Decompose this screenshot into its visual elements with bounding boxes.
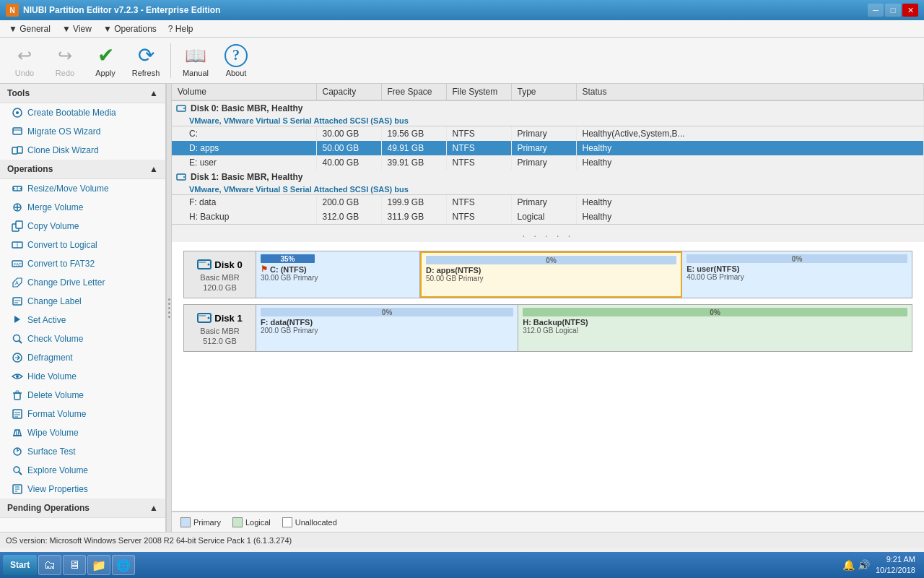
svg-point-41	[14, 467, 19, 473]
menu-help[interactable]: ? Help	[162, 22, 199, 35]
defragment-icon	[12, 352, 23, 363]
taskbar-app-file-manager[interactable]: 🗂	[38, 555, 61, 575]
menu-view[interactable]: ▼ View	[56, 22, 97, 35]
row-c-volume: C:	[172, 126, 316, 142]
legend-unallocated-label: Unallocated	[295, 518, 337, 527]
row-d-fs: NTFS	[446, 141, 511, 155]
partition-block-c[interactable]: 35% ⚑ C: (NTFS) 30.00 GB Primary	[256, 251, 420, 298]
tools-section-header[interactable]: Tools ▲	[0, 84, 165, 103]
partition-block-h[interactable]: 0% H: Backup(NTFS) 312.0 GB Logical	[518, 305, 912, 351]
partition-block-e[interactable]: 0% E: user(NTFS) 40.00 GB Primary	[682, 251, 912, 298]
taskbar-app-computer[interactable]: 🖥	[63, 555, 86, 575]
disk1-visual-info: Disk 1 Basic MBR 512.0 GB	[184, 305, 256, 351]
sidebar-item-hide-volume[interactable]: Hide Volume	[0, 367, 165, 386]
sidebar-item-convert-to-logical[interactable]: Convert to Logical	[0, 236, 165, 254]
start-button[interactable]: Start	[3, 555, 37, 575]
disk1-visual-row: Disk 1 Basic MBR 512.0 GB 0% F: data(NTF…	[183, 304, 912, 352]
table-row-e[interactable]: E: user 40.00 GB 39.91 GB NTFS Primary H…	[172, 155, 924, 170]
partition-block-f[interactable]: 0% F: data(NTFS) 200.0 GB Primary	[256, 305, 518, 351]
sidebar-item-surface-test[interactable]: Surface Test	[0, 442, 165, 461]
partition-d-label: D: apps(NTFS)	[426, 266, 481, 275]
row-d-volume: D: apps	[172, 141, 316, 155]
table-row-f[interactable]: F: data 200.0 GB 199.9 GB NTFS Primary H…	[172, 195, 924, 210]
row-e-status: Healthy	[576, 155, 924, 170]
row-f-status: Healthy	[576, 195, 924, 210]
menu-operations[interactable]: ▼ Operations	[97, 22, 162, 35]
taskbar-app-folder[interactable]: 📁	[87, 555, 110, 575]
manual-button[interactable]: 📖 Manual	[177, 40, 214, 81]
resize-dot-5	[168, 316, 170, 318]
svg-line-42	[19, 472, 22, 475]
svg-rect-5	[17, 147, 22, 153]
partition-block-d[interactable]: 0% D: apps(NTFS) 50.00 GB Primary	[420, 251, 682, 298]
pending-operations-section-label: Pending Operations	[7, 503, 90, 513]
redo-button[interactable]: ↪ Redo	[46, 40, 84, 81]
sidebar-item-change-label[interactable]: Change Label	[0, 292, 165, 311]
svg-point-52	[208, 264, 210, 266]
sidebar-item-convert-to-fat32-label: Convert to FAT32	[27, 259, 95, 269]
menu-bar: ▼ General ▼ View ▼ Operations ? Help	[0, 20, 924, 38]
sidebar-item-set-active[interactable]: Set Active	[0, 311, 165, 329]
partition-bar-e: 0%	[687, 254, 907, 263]
tools-collapse-icon: ▲	[149, 88, 158, 98]
manual-icon: 📖	[184, 44, 207, 67]
maximize-button[interactable]: □	[885, 4, 901, 17]
refresh-label: Refresh	[132, 69, 160, 77]
disk1-visual-icon	[197, 311, 212, 325]
minimize-button[interactable]: ─	[868, 4, 884, 17]
disk1-visual-size: 512.0 GB	[203, 337, 236, 345]
sidebar-item-format-volume[interactable]: Format Volume	[0, 405, 165, 423]
svg-point-1	[16, 111, 19, 114]
sidebar-item-view-properties[interactable]: View Properties	[0, 480, 165, 499]
sidebar-item-wipe-volume[interactable]: Wipe Volume	[0, 423, 165, 442]
row-d-status: Healthy	[576, 141, 924, 155]
row-e-volume: E: user	[172, 155, 316, 170]
sidebar-item-convert-to-fat32[interactable]: FAT Convert to FAT32	[0, 254, 165, 273]
svg-marker-8	[13, 187, 15, 190]
svg-line-36	[16, 430, 17, 436]
table-row-c[interactable]: C: 30.00 GB 19.56 GB NTFS Primary Health…	[172, 126, 924, 142]
taskbar-app-browser[interactable]: 🌐	[112, 555, 135, 575]
refresh-button[interactable]: ⟳ Refresh	[127, 40, 165, 81]
partition-h-label: H: Backup(NTFS)	[523, 318, 588, 327]
sidebar-item-defragment[interactable]: Defragment	[0, 348, 165, 367]
apply-button[interactable]: ✔ Apply	[87, 40, 124, 81]
sidebar-item-merge-volume[interactable]: Merge Volume	[0, 198, 165, 217]
col-type: Type	[511, 84, 576, 100]
delete-volume-icon	[12, 389, 23, 401]
table-row-d[interactable]: D: apps 50.00 GB 49.91 GB NTFS Primary H…	[172, 141, 924, 155]
sidebar-item-delete-volume[interactable]: Delete Volume	[0, 386, 165, 405]
sidebar-item-view-properties-label: View Properties	[27, 484, 88, 494]
dots-separator: . . . . .	[172, 225, 924, 242]
sidebar-item-check-volume[interactable]: Check Volume	[0, 329, 165, 348]
close-button[interactable]: ✕	[902, 4, 918, 17]
sidebar-item-change-drive-letter[interactable]: A Change Drive Letter	[0, 273, 165, 292]
undo-button[interactable]: ↩ Undo	[6, 40, 43, 81]
resize-handle[interactable]	[166, 84, 172, 532]
change-label-icon	[12, 296, 23, 307]
resize-dot-2	[168, 303, 170, 305]
sidebar-item-explore-volume[interactable]: Explore Volume	[0, 461, 165, 480]
tools-section-items: Create Bootable Media Migrate OS Wizard …	[0, 103, 165, 160]
partition-f-name: F: data(NTFS)	[261, 318, 513, 327]
table-row-h[interactable]: H: Backup 312.0 GB 311.9 GB NTFS Logical…	[172, 210, 924, 224]
sidebar-item-create-bootable-media[interactable]: Create Bootable Media	[0, 103, 165, 122]
row-d-capacity: 50.00 GB	[316, 141, 381, 155]
sidebar-item-clone-disk-wizard[interactable]: Clone Disk Wizard	[0, 141, 165, 160]
pending-operations-section-header[interactable]: Pending Operations ▲	[0, 499, 165, 518]
refresh-icon: ⟳	[134, 44, 157, 67]
row-d-free: 49.91 GB	[381, 141, 446, 155]
sidebar-item-resize-move-volume[interactable]: Resize/Move Volume	[0, 179, 165, 198]
create-bootable-media-icon	[12, 107, 23, 118]
sidebar-item-migrate-os-wizard[interactable]: Migrate OS Wizard	[0, 122, 165, 141]
row-f-fs: NTFS	[446, 195, 511, 210]
sidebar-item-copy-volume[interactable]: Copy Volume	[0, 217, 165, 236]
about-button[interactable]: ? About	[217, 40, 255, 81]
row-h-fs: NTFS	[446, 210, 511, 224]
disk0-visual-name: Disk 0	[214, 259, 242, 270]
operations-section-header[interactable]: Operations ▲	[0, 160, 165, 179]
disk0-subheader: VMware, VMware Virtual S Serial Attached…	[172, 116, 923, 126]
menu-general[interactable]: ▼ General	[3, 22, 56, 35]
disk0-partitions: 35% ⚑ C: (NTFS) 30.00 GB Primary 0%	[256, 251, 912, 298]
start-button-label: Start	[10, 560, 30, 570]
